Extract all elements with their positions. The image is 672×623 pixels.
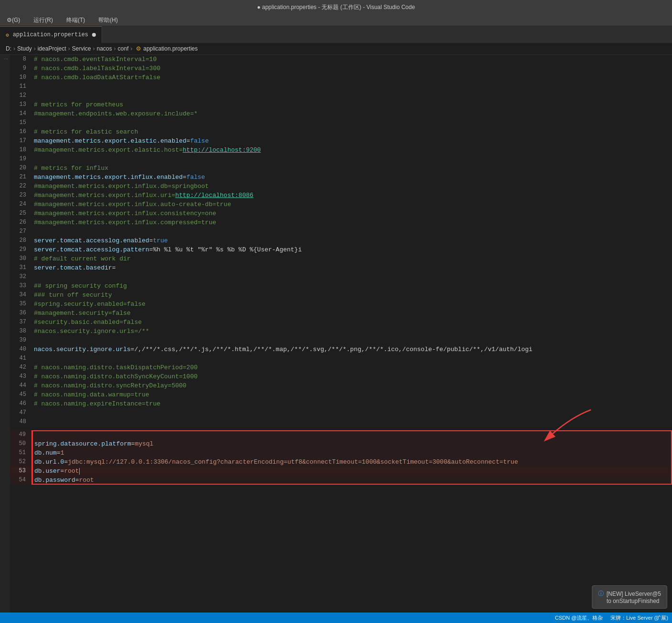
breadcrumb-nacos[interactable]: nacos — [97, 45, 112, 52]
breadcrumb-sep6: › — [130, 45, 132, 52]
notification-line2: to onStartupFinished — [598, 598, 661, 604]
breadcrumb-d[interactable]: D: — [6, 45, 11, 52]
line-content[interactable]: # metrics for prometheus — [32, 100, 672, 109]
line-content[interactable]: db.password=root — [32, 476, 672, 485]
line-content[interactable] — [32, 118, 672, 127]
line-num: 43 — [10, 372, 32, 381]
line-num: 40 — [10, 345, 32, 354]
line-content[interactable] — [32, 354, 672, 363]
line-num: 41 — [10, 354, 32, 363]
line-num: 12 — [10, 91, 32, 100]
table-row: 15 — [10, 118, 672, 127]
line-content[interactable]: db.user=root — [32, 467, 672, 476]
line-num: 24 — [10, 200, 32, 209]
line-content[interactable]: #management.endpoints.web.exposure.inclu… — [32, 109, 672, 118]
menu-item-help[interactable]: 帮助(H) — [95, 15, 121, 25]
line-content[interactable]: #management.metrics.export.influx.consis… — [32, 209, 672, 218]
table-row: 8 # nacos.cmdb.eventTaskInterval=10 — [10, 55, 672, 64]
side-panel-text: ⋮ — [3, 57, 8, 61]
line-content[interactable]: db.url.0=jdbc:mysql://127.0.0.1:3306/nac… — [32, 457, 672, 467]
line-content[interactable]: # metrics for elastic search — [32, 127, 672, 136]
line-content[interactable]: # nacos.naming.data.warmup=true — [32, 390, 672, 399]
line-content[interactable]: #spring.security.enabled=false — [32, 300, 672, 309]
line-content[interactable]: # nacos.naming.distro.syncRetryDelay=500… — [32, 381, 672, 390]
line-num: 33 — [10, 281, 32, 291]
breadcrumb-ideaproject[interactable]: ideaProject — [38, 45, 66, 52]
table-row: 30 # default current work dir — [10, 254, 672, 263]
tab-application-properties[interactable]: ⚙ application.properties — [0, 26, 102, 43]
status-csdn[interactable]: CSDN @流笙、格杂 — [555, 614, 603, 622]
breadcrumb-sep5: › — [114, 45, 116, 52]
line-content[interactable]: #management.metrics.export.influx.auto-c… — [32, 200, 672, 209]
line-content[interactable] — [32, 82, 672, 91]
table-row: 29 server.tomcat.accesslog.pattern=%h %l… — [10, 245, 672, 254]
breadcrumb-sep1: › — [13, 45, 15, 52]
line-content[interactable]: #security.basic.enabled=false — [32, 318, 672, 327]
line-num: 34 — [10, 291, 32, 300]
line-content[interactable] — [32, 272, 672, 281]
status-live-server[interactable]: 宋牌：Live Server (扩展) — [610, 614, 668, 622]
line-content[interactable]: #management.metrics.export.elastic.host=… — [32, 145, 672, 155]
line-content[interactable] — [32, 227, 672, 236]
table-row: 32 — [10, 272, 672, 281]
breadcrumb-conf[interactable]: conf — [118, 45, 129, 52]
line-content[interactable]: db.num=1 — [32, 448, 672, 457]
menu-item-gear[interactable]: ⚙(G) — [4, 16, 23, 24]
line-num: 47 — [10, 408, 32, 417]
breadcrumb: D: › Study › ideaProject › Service › nac… — [0, 43, 672, 55]
line-content[interactable]: management.metrics.export.influx.enabled… — [32, 173, 672, 182]
line-num: 17 — [10, 136, 32, 145]
tab-modified-dot — [92, 33, 96, 37]
notification-toast[interactable]: ⓘ [NEW] LiveServer@5 to onStartupFinishe… — [592, 585, 667, 609]
line-content[interactable]: # nacos.cmdb.eventTaskInterval=10 — [32, 55, 672, 64]
line-content[interactable]: ## spring security config — [32, 281, 672, 291]
line-content[interactable]: server.tomcat.accesslog.enabled=true — [32, 236, 672, 245]
line-content[interactable] — [32, 155, 672, 164]
arrow-indicator — [505, 407, 600, 446]
line-content[interactable]: #management.metrics.export.influx.uri=ht… — [32, 191, 672, 200]
menu-item-run[interactable]: 运行(R) — [31, 15, 56, 25]
line-content[interactable]: #management.metrics.export.influx.compre… — [32, 218, 672, 227]
code-area[interactable]: 8 # nacos.cmdb.eventTaskInterval=10 9 # … — [10, 55, 672, 623]
line-num: 51 — [10, 448, 32, 457]
table-row: 28 server.tomcat.accesslog.enabled=true — [10, 236, 672, 245]
line-num: 50 — [10, 439, 32, 448]
side-panel: ⋮ — [0, 55, 10, 623]
table-row: 40 nacos.security.ignore.urls=/,/**/*.cs… — [10, 345, 672, 354]
arrow-row — [10, 426, 672, 430]
line-num: 25 — [10, 209, 32, 218]
line-content[interactable]: ### turn off security — [32, 291, 672, 300]
line-num: 29 — [10, 245, 32, 254]
tab-icon: ⚙ — [6, 32, 9, 38]
line-num: 16 — [10, 127, 32, 136]
line-content[interactable]: server.tomcat.basedir= — [32, 263, 672, 272]
menu-item-terminal[interactable]: 终端(T) — [63, 15, 88, 25]
line-content[interactable]: # metrics for influx — [32, 164, 672, 173]
line-num: 23 — [10, 191, 32, 200]
breadcrumb-study[interactable]: Study — [17, 45, 32, 52]
line-content[interactable]: nacos.security.ignore.urls=/,/**/*.css,/… — [32, 345, 672, 354]
line-content[interactable]: #management.metrics.export.influx.db=spr… — [32, 182, 672, 191]
line-content[interactable]: server.tomcat.accesslog.pattern=%h %l %u… — [32, 245, 672, 254]
table-row: 38 #nacos.security.ignore.urls=/** — [10, 327, 672, 336]
line-content[interactable]: # nacos.naming.distro.batchSyncKeyCount=… — [32, 372, 672, 381]
line-content[interactable] — [32, 336, 672, 345]
line-num: 35 — [10, 300, 32, 309]
breadcrumb-sep4: › — [93, 45, 95, 52]
breadcrumb-file[interactable]: application.properties — [143, 45, 197, 52]
tab-label: application.properties — [13, 31, 88, 38]
line-content[interactable]: # nacos.cmdb.labelTaskInterval=300 — [32, 64, 672, 73]
breadcrumb-service[interactable]: Service — [72, 45, 91, 52]
line-content[interactable]: #nacos.security.ignore.urls=/** — [32, 327, 672, 336]
table-row: 54 db.password=root — [10, 476, 672, 485]
table-row: 24 #management.metrics.export.influx.aut… — [10, 200, 672, 209]
line-content[interactable]: # default current work dir — [32, 254, 672, 263]
table-row: 52 db.url.0=jdbc:mysql://127.0.0.1:3306/… — [10, 457, 672, 467]
breadcrumb-gear-icon: ⚙ — [136, 45, 141, 52]
line-content[interactable]: #management.security=false — [32, 309, 672, 318]
line-content[interactable]: # nacos.naming.distro.taskDispatchPeriod… — [32, 363, 672, 372]
line-content[interactable] — [32, 91, 672, 100]
line-content[interactable]: management.metrics.export.elastic.enable… — [32, 136, 672, 145]
line-num: 13 — [10, 100, 32, 109]
line-content[interactable]: # nacos.cmdb.loadDataAtStart=false — [32, 73, 672, 82]
